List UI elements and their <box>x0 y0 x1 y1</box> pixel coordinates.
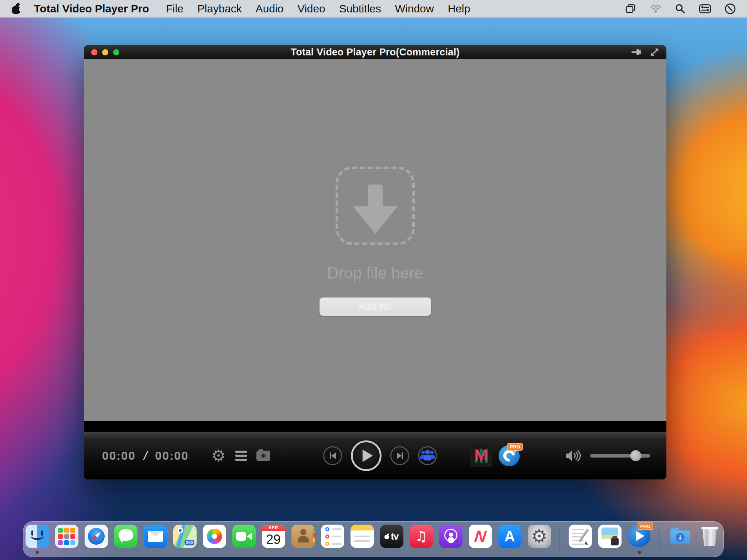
calendar-icon: APR 29 <box>262 525 285 548</box>
appstore-letter: A <box>504 528 515 545</box>
window-stack-icon[interactable] <box>624 3 637 14</box>
dock-item-preview[interactable] <box>598 525 622 548</box>
fullscreen-icon[interactable] <box>650 47 660 57</box>
podcasts-icon <box>439 525 462 548</box>
contact-silhouette-body <box>298 536 309 542</box>
gear-glyph: ⚙ <box>531 527 547 545</box>
menu-help[interactable]: Help <box>441 3 477 15</box>
person-head <box>421 451 425 454</box>
dock-item-apple-tv[interactable]: tv <box>380 525 403 548</box>
menu-window[interactable]: Window <box>388 3 441 15</box>
media-suite-app-icon[interactable]: M <box>470 444 492 467</box>
pro-badge: PRO <box>638 522 653 530</box>
line <box>332 543 341 545</box>
drop-zone-box[interactable] <box>336 167 415 245</box>
ink-cap <box>612 536 617 538</box>
dock-item-facetime[interactable] <box>232 525 256 548</box>
search-icon[interactable] <box>675 3 686 14</box>
converter-pro-app-icon[interactable]: PRO <box>499 445 520 466</box>
video-area[interactable]: Drop file here Add file <box>84 59 666 466</box>
launchpad-icon <box>55 525 78 548</box>
preview-ink-bottle <box>611 538 619 545</box>
playlist-menu-icon[interactable] <box>235 451 247 461</box>
launchpad-tile <box>64 534 69 539</box>
time-group: 00:00 / 00:00 ⚙ <box>102 448 270 464</box>
person-head <box>430 451 434 454</box>
menu-subtitles[interactable]: Subtitles <box>332 3 388 15</box>
dock-item-downloads[interactable]: ↓ <box>669 525 692 548</box>
dock-item-music[interactable]: ♫ <box>410 525 433 548</box>
speaker-icon[interactable] <box>565 448 582 463</box>
calendar-day: 29 <box>262 531 285 548</box>
dock-item-app-store[interactable]: A <box>498 525 522 548</box>
dock-item-system-preferences[interactable]: ⚙ <box>528 525 551 548</box>
tv-label: tv <box>391 531 398 542</box>
podcasts-head <box>449 533 453 537</box>
title-bar[interactable]: Total Video Player Pro(Commercial) <box>84 45 666 59</box>
triangle <box>397 452 402 459</box>
play-button[interactable] <box>351 440 382 471</box>
player-window: Total Video Player Pro(Commercial) <box>84 45 666 479</box>
camera-bump <box>259 449 263 451</box>
line <box>572 540 584 541</box>
control-center-icon[interactable] <box>699 4 711 13</box>
contacts-icon <box>291 525 315 548</box>
pin-icon[interactable] <box>631 47 642 57</box>
dock-item-podcasts[interactable] <box>439 525 462 548</box>
dock-item-reminders[interactable] <box>321 525 344 548</box>
volume-slider[interactable] <box>590 454 650 458</box>
snapshot-camera-icon[interactable] <box>256 451 270 461</box>
pro-badge: PRO <box>507 443 523 451</box>
dock-item-contacts[interactable] <box>291 525 315 548</box>
launchpad-tile <box>64 528 69 533</box>
dock-item-messages[interactable] <box>114 525 138 548</box>
system-preferences-icon: ⚙ <box>528 525 551 548</box>
next-button[interactable] <box>390 446 409 465</box>
clock-icon[interactable] <box>724 3 736 15</box>
apple-menu[interactable] <box>11 3 21 15</box>
line <box>572 529 584 530</box>
trash-icon <box>698 525 721 548</box>
wifi-icon[interactable] <box>650 4 662 13</box>
dock-item-textedit[interactable] <box>569 525 592 548</box>
dock-item-photos[interactable] <box>203 525 226 548</box>
dock-item-maps[interactable]: 280 <box>173 525 197 548</box>
previous-button[interactable] <box>323 446 342 465</box>
dock-item-finder[interactable] <box>26 525 49 548</box>
preview-icon <box>598 525 622 548</box>
tvp-pro-dock-wrap: PRO <box>628 525 651 548</box>
menu-audio[interactable]: Audio <box>249 3 291 15</box>
menu-app-name[interactable]: Total Video Player Pro <box>27 3 156 15</box>
dock-item-launchpad[interactable] <box>55 525 78 548</box>
messages-icon <box>114 525 138 548</box>
menu-bar: Total Video Player Pro File Playback Aud… <box>0 0 747 18</box>
dock-item-notes[interactable] <box>351 525 374 548</box>
line <box>332 528 341 530</box>
dock-item-trash[interactable] <box>698 525 721 548</box>
dock-item-safari[interactable] <box>85 525 108 548</box>
dock-item-total-video-player-pro[interactable]: PRO <box>628 525 651 548</box>
apple-logo-bite <box>19 7 23 12</box>
news-icon: N <box>469 525 492 548</box>
add-file-button[interactable]: Add file <box>320 298 431 316</box>
bar <box>235 459 247 461</box>
playlist-group-button[interactable] <box>418 446 437 465</box>
menu-playback[interactable]: Playback <box>190 3 249 15</box>
camera-lens <box>261 453 266 458</box>
dock-item-calendar[interactable]: APR 29 <box>262 525 285 548</box>
settings-gear-icon[interactable]: ⚙ <box>211 448 225 464</box>
title-bar-icons <box>631 45 660 59</box>
volume-slider-knob[interactable] <box>630 450 641 461</box>
dot <box>325 527 329 531</box>
dock-item-news[interactable]: N <box>469 525 492 548</box>
current-time: 00:00 <box>102 449 136 463</box>
calendar-month: APR <box>262 525 285 531</box>
dock-item-mail[interactable] <box>144 525 167 548</box>
menu-file[interactable]: File <box>159 3 190 15</box>
download-arrow: ↓ <box>676 533 685 542</box>
launchpad-tile <box>58 534 63 539</box>
menu-video[interactable]: Video <box>290 3 332 15</box>
pen-tip <box>584 541 589 546</box>
maps-route-badge: 280 <box>185 540 194 545</box>
contact-silhouette-head <box>300 529 306 535</box>
